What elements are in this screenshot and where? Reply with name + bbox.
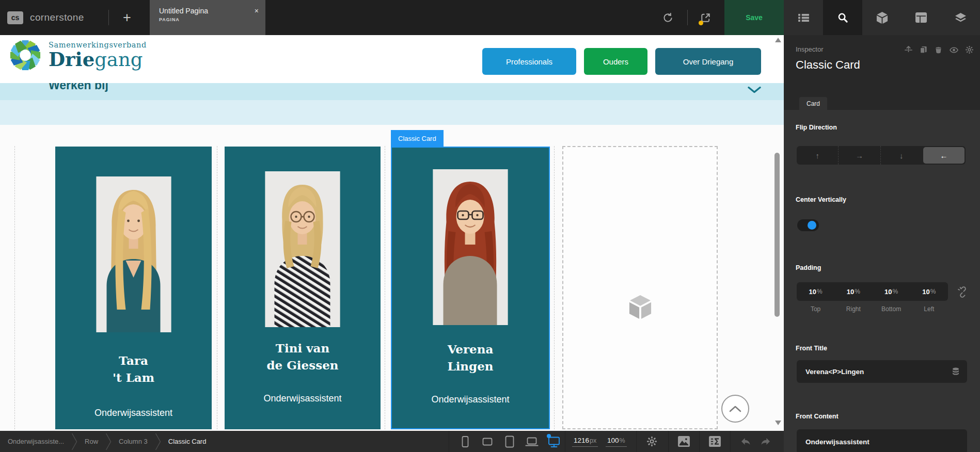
nav-button-professionals[interactable]: Professionals <box>482 48 576 75</box>
center-vertically-toggle[interactable] <box>797 219 819 231</box>
flip-left-option-selected[interactable]: ← <box>923 147 965 164</box>
preview-settings-button[interactable] <box>641 431 662 452</box>
person-name-line2: 't Lam <box>55 369 212 386</box>
undo-arrow-icon <box>740 437 751 446</box>
site-brand-big: Driegang <box>49 49 147 70</box>
site-logo[interactable]: Samenwerkingsverband Driegang <box>9 39 147 71</box>
padding-label: Padding <box>796 264 821 271</box>
zoom-level-unit: % <box>620 437 625 444</box>
canvas-scrollbar-up[interactable] <box>775 38 781 42</box>
flip-up-option[interactable]: ↑ <box>797 146 838 165</box>
person-card-selected[interactable]: Verena Lingen Onderwijsassistent <box>391 147 550 429</box>
cornerstone-editor: cs cornerstone + Untitled Pagina PAGINA … <box>0 0 980 452</box>
selected-element-badge[interactable]: Classic Card <box>391 130 444 147</box>
page-tab[interactable]: Untitled Pagina PAGINA × <box>150 0 265 35</box>
preview-canvas: Samenwerkingsverband Driegang Profession… <box>0 35 784 431</box>
padding-top-input[interactable]: 10% <box>797 282 834 301</box>
dynamic-content-icon[interactable] <box>952 367 960 376</box>
scroll-to-top-button[interactable] <box>721 395 749 423</box>
viewport-width-unit: px <box>590 437 596 444</box>
empty-element-placeholder[interactable] <box>562 146 718 429</box>
bottombar-divider <box>565 431 565 452</box>
duplicate-icon[interactable] <box>920 46 927 54</box>
device-desktop-icon-active[interactable] <box>547 435 561 448</box>
new-tab-button[interactable]: + <box>116 0 138 35</box>
canvas-scrollbar-down[interactable] <box>775 421 781 425</box>
redo-arrow-icon <box>760 437 771 446</box>
panel-tab-strip <box>784 0 980 35</box>
front-content-input[interactable]: Onderwijsassistent <box>797 429 967 452</box>
breadcrumb-chevron-icon <box>155 433 161 450</box>
tab-layouts[interactable] <box>902 0 941 35</box>
save-button[interactable]: Save <box>724 0 784 35</box>
unlink-values-icon[interactable] <box>957 286 969 300</box>
breadcrumb-item-column[interactable]: Column 3 <box>119 438 148 445</box>
canvas-scrollbar-thumb[interactable] <box>774 153 780 317</box>
device-phone-landscape-icon[interactable] <box>481 435 494 448</box>
app-brand-name: cornerstone <box>30 12 84 23</box>
settings-gear-icon[interactable] <box>966 46 973 54</box>
device-tablet-icon[interactable] <box>503 435 516 448</box>
tab-inspector-search[interactable] <box>823 0 862 35</box>
breadcrumb-item-section[interactable]: Onderwijsassiste... <box>8 438 64 445</box>
close-tab-icon[interactable]: × <box>255 7 259 14</box>
placeholder-cube-icon <box>628 294 652 322</box>
column-guide <box>14 146 15 429</box>
notification-dot <box>699 21 703 25</box>
device-laptop-icon[interactable] <box>525 435 539 448</box>
nav-button-over-driegang[interactable]: Over Driegang <box>655 48 761 75</box>
portrait-photo <box>433 169 508 325</box>
padding-right-label: Right <box>834 305 872 313</box>
device-phone-portrait-icon[interactable] <box>459 435 472 448</box>
tab-layers[interactable] <box>941 0 980 35</box>
section-header-band[interactable] <box>0 82 784 100</box>
bottombar-divider <box>449 431 449 452</box>
person-name-line1: Verena <box>392 341 549 358</box>
flip-right-option[interactable]: → <box>838 146 880 165</box>
padding-bottom-label: Bottom <box>873 305 910 313</box>
site-brand-light: gang <box>94 49 143 71</box>
flip-down-option[interactable]: ↓ <box>880 146 922 165</box>
gear-icon <box>647 437 657 446</box>
viewport-width-field[interactable]: 1216 px <box>572 435 598 447</box>
front-title-input[interactable]: Verena<P>Lingen <box>797 360 967 383</box>
bottombar-divider <box>668 431 669 452</box>
flip-direction-control: ↑ → ↓ ← <box>797 146 966 165</box>
padding-bottom-input[interactable]: 10% <box>873 282 910 301</box>
zoom-level-field[interactable]: 100 % <box>606 435 627 447</box>
breadcrumb-item-row[interactable]: Row <box>85 438 98 445</box>
redo-button[interactable] <box>755 431 776 452</box>
sigma-template-icon <box>709 436 721 447</box>
delete-icon[interactable] <box>935 46 942 54</box>
dynamic-content-button[interactable] <box>704 431 725 452</box>
undo-button[interactable] <box>735 431 756 452</box>
breadcrumb-chevron-icon <box>105 433 112 450</box>
nav-button-ouders[interactable]: Ouders <box>584 48 647 75</box>
refresh-button[interactable] <box>657 0 678 35</box>
padding-right-input[interactable]: 10% <box>834 282 872 301</box>
app-logo: cs cornerstone <box>7 0 84 35</box>
portrait-photo <box>96 176 171 332</box>
breadcrumb-item-current[interactable]: Classic Card <box>168 438 207 445</box>
media-library-button[interactable] <box>673 431 694 452</box>
move-element-icon[interactable] <box>905 46 912 54</box>
section-chevron-down-icon[interactable] <box>748 86 761 95</box>
bottombar-divider <box>699 431 700 452</box>
flip-direction-label: Flip Direction <box>796 124 837 131</box>
person-role: Onderwijsassistent <box>55 408 212 418</box>
tab-elements[interactable] <box>862 0 902 35</box>
person-card[interactable]: Tara 't Lam Onderwijsassistent <box>55 147 212 429</box>
preview-window-button[interactable] <box>694 0 716 35</box>
topbar-divider <box>687 10 688 25</box>
inspector-tab-card[interactable]: Card <box>799 97 827 110</box>
padding-left-input[interactable]: 10% <box>910 282 948 301</box>
person-card[interactable]: Tini van de Giessen Onderwijsassistent <box>225 147 381 429</box>
tab-outline[interactable] <box>784 0 823 35</box>
driegang-pinwheel-icon <box>9 39 41 71</box>
visibility-icon[interactable] <box>950 46 958 54</box>
topbar-divider <box>108 10 109 25</box>
site-logo-text: Samenwerkingsverband Driegang <box>49 41 147 70</box>
front-title-value: Verena<P>Lingen <box>805 368 864 376</box>
person-name-line2: de Giessen <box>225 357 381 374</box>
cs-logo-badge: cs <box>7 11 23 24</box>
